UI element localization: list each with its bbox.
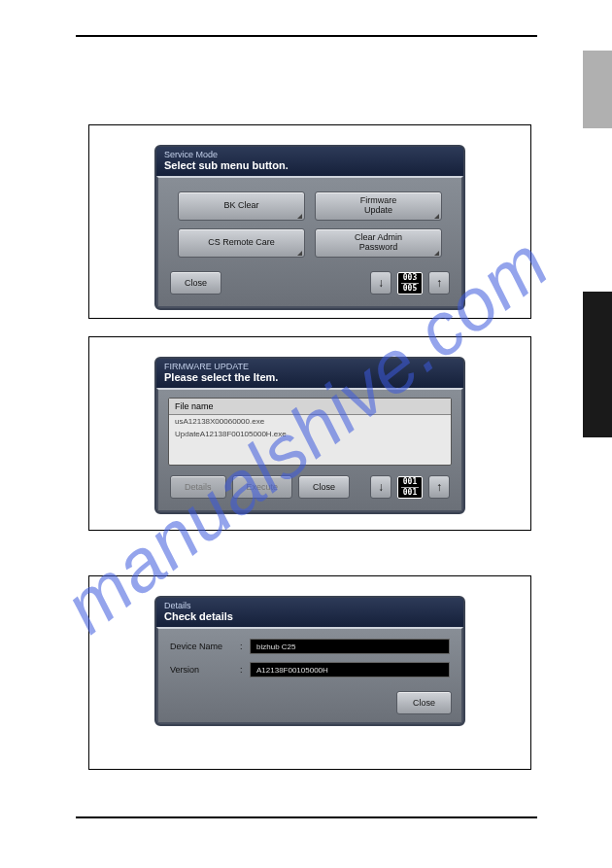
firmware-update-button[interactable]: Firmware Update	[315, 191, 442, 221]
cs-remote-care-button[interactable]: CS Remote Care	[178, 228, 305, 258]
details-button[interactable]: Details	[170, 475, 226, 499]
page-down-button[interactable]: ↓	[370, 271, 391, 295]
device-screen-details: Details Check details Device Name : bizh…	[154, 596, 465, 726]
file-list[interactable]: File name usA12138X00060000.exe UpdateA1…	[168, 398, 452, 466]
device-name-value: bizhub C25	[250, 639, 450, 654]
page-current: 003	[403, 274, 417, 282]
horizontal-rule-top	[76, 35, 537, 37]
page-total: 005	[403, 285, 417, 293]
button-label: Details	[185, 482, 212, 492]
titlebar: Service Mode Select sub menu button.	[156, 147, 463, 176]
detail-row-version: Version : A12138F00105000H	[170, 662, 450, 677]
version-label: Version	[170, 665, 240, 675]
side-tab-light	[583, 51, 612, 128]
page-counter: 003 005	[397, 272, 423, 295]
page-counter: 001 001	[397, 476, 423, 499]
execute-button[interactable]: Execute	[232, 475, 293, 499]
button-label: BK Clear	[223, 201, 258, 211]
page-down-button[interactable]: ↓	[370, 475, 391, 499]
button-label: Close	[413, 698, 435, 708]
page-current: 001	[403, 478, 417, 486]
screen-body: File name usA12138X00060000.exe UpdateA1…	[156, 388, 463, 512]
detail-row-device-name: Device Name : bizhub C25	[170, 639, 450, 654]
arrow-up-icon: ↑	[436, 480, 442, 494]
device-name-label: Device Name	[170, 642, 240, 651]
button-label: CS Remote Care	[208, 238, 275, 248]
screen-body: Device Name : bizhub C25 Version : A1213…	[156, 627, 463, 724]
figure-firmware-update: FIRMWARE UPDATE Please select the Item. …	[88, 336, 531, 531]
bk-clear-button[interactable]: BK Clear	[178, 191, 305, 221]
page-up-button[interactable]: ↑	[428, 475, 450, 499]
figure-details: Details Check details Device Name : bizh…	[88, 575, 531, 770]
titlebar-big: Select sub menu button.	[164, 159, 456, 171]
horizontal-rule-bottom	[76, 816, 537, 818]
figure-service-mode: Service Mode Select sub menu button. BK …	[88, 124, 531, 319]
close-button[interactable]: Close	[170, 271, 221, 295]
titlebar-small: Details	[164, 601, 456, 610]
device-screen-firmware-update: FIRMWARE UPDATE Please select the Item. …	[154, 357, 465, 514]
titlebar: Details Check details	[156, 598, 463, 627]
clear-admin-password-button[interactable]: Clear Admin Password	[315, 228, 442, 258]
arrow-up-icon: ↑	[436, 276, 442, 290]
button-label: Execute	[247, 482, 279, 492]
file-row[interactable]: UpdateA12138F00105000H.exe	[169, 428, 451, 440]
screen-body: BK Clear Firmware Update CS Remote Care …	[156, 176, 463, 308]
device-screen-service-mode: Service Mode Select sub menu button. BK …	[154, 145, 465, 310]
close-button[interactable]: Close	[298, 475, 350, 499]
titlebar: FIRMWARE UPDATE Please select the Item.	[156, 359, 463, 388]
titlebar-big: Please select the Item.	[164, 371, 456, 383]
button-label: Firmware Update	[350, 196, 408, 216]
button-label: Close	[313, 482, 335, 492]
page-up-button[interactable]: ↑	[428, 271, 450, 295]
file-list-header: File name	[169, 399, 451, 415]
titlebar-small: Service Mode	[164, 150, 456, 159]
arrow-down-icon: ↓	[378, 276, 384, 290]
button-label: Close	[185, 278, 207, 288]
arrow-down-icon: ↓	[378, 480, 384, 494]
side-tab-dark	[583, 292, 612, 437]
version-value: A12138F00105000H	[250, 662, 450, 677]
file-row[interactable]: usA12138X00060000.exe	[169, 415, 451, 428]
close-button[interactable]: Close	[396, 691, 452, 714]
titlebar-big: Check details	[164, 610, 456, 622]
button-label: Clear Admin Password	[345, 233, 413, 253]
page-total: 001	[403, 489, 417, 497]
titlebar-small: FIRMWARE UPDATE	[164, 362, 456, 371]
